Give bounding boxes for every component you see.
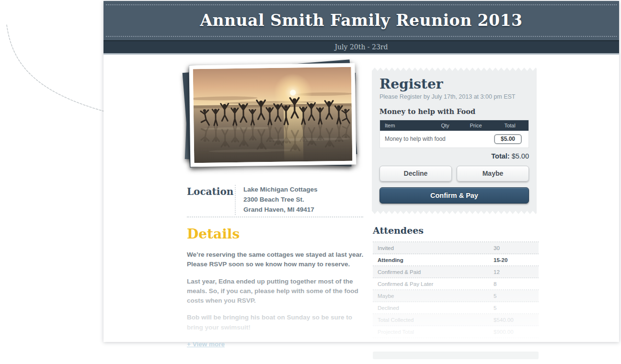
register-deadline: Please Register by July 17th, 2013 at 3:…: [380, 93, 529, 100]
details-title: Details: [187, 226, 240, 242]
item-table-row: Money to help with food: [380, 131, 529, 148]
dotted-border: [106, 36, 617, 37]
beach-sunset-photo: [193, 67, 353, 163]
attendee-stat-label: Total Collected: [378, 317, 494, 323]
photo-stack: [185, 61, 358, 169]
attendees-row: Confirmed & Paid12: [373, 266, 539, 278]
register-title: Register: [380, 77, 529, 92]
rsvp-buttons: Decline Maybe: [380, 166, 529, 182]
attendee-stat-label: Maybe: [378, 293, 494, 299]
faded-section-placeholder: [373, 352, 539, 359]
item-table: ItemQtyPriceTotal Money to help with foo…: [380, 120, 529, 148]
details-paragraph: Bob will be bringing his boat on Sunday …: [187, 313, 370, 332]
address-line: Grand Haven, MI 49417: [243, 205, 318, 215]
attendees-row: Confirmed & Pay Later8: [373, 278, 539, 290]
event-photo: [189, 63, 356, 167]
attendee-stat-label: Confirmed & Paid: [378, 269, 494, 275]
attendee-stat-value: 5: [494, 293, 534, 299]
event-dates: July 20th - 23rd: [104, 40, 619, 55]
event-page: Annual Smith Family Reunion 2013 July 20…: [104, 1, 619, 342]
details-paragraph: We’re reserving the same cottages we sta…: [187, 250, 370, 270]
attendee-stat-value: 8: [494, 281, 534, 287]
view-more-link[interactable]: + View more: [187, 341, 225, 348]
column-header: Qty: [430, 123, 460, 128]
location-label: Location: [187, 185, 233, 215]
location-section: Location Lake Michigan Cottages 2300 Bea…: [187, 185, 365, 215]
attendees-section: Attendees Invited30Attending15-20Confirm…: [373, 225, 539, 338]
item-amount-cell: [489, 134, 527, 144]
attendees-title: Attendees: [373, 225, 539, 236]
location-address: Lake Michigan Cottages 2300 Beach Tree S…: [243, 185, 318, 215]
column-header: Price: [460, 123, 491, 128]
attendee-stat-label: Attending: [378, 257, 494, 263]
register-panel: Register Please Register by July 17th, 2…: [372, 71, 537, 211]
amount-input[interactable]: [494, 134, 522, 144]
attendee-stat-value: 15-20: [494, 257, 534, 263]
details-paragraph: Last year, Edna ended up putting togethe…: [187, 277, 370, 306]
stage: Annual Smith Family Reunion 2013 July 20…: [0, 0, 621, 364]
item-table-header: ItemQtyPriceTotal: [380, 120, 529, 131]
attendee-stat-value: 5: [494, 305, 534, 311]
attendees-row: Projected Total$900.00: [373, 326, 539, 338]
decline-button[interactable]: Decline: [380, 166, 452, 182]
register-section-label: Money to help with Food: [380, 107, 529, 115]
attendee-stat-value: $900.00: [494, 329, 534, 335]
attendees-row: Total Collected$540.00: [373, 314, 539, 326]
confirm-pay-button[interactable]: Confirm & Pay: [380, 187, 529, 204]
attendees-row: Maybe5: [373, 290, 539, 302]
order-total: Total: $5.00: [380, 152, 529, 160]
address-line: 2300 Beach Tree St.: [243, 195, 318, 205]
dotted-divider: [235, 185, 236, 215]
item-name: Money to help with food: [385, 136, 489, 142]
attendee-stat-label: Declined: [378, 305, 494, 311]
column-header: Total: [491, 123, 529, 128]
attendee-stat-label: Confirmed & Pay Later: [378, 281, 494, 287]
zigzag-edge: [372, 68, 537, 71]
attendee-stat-label: Invited: [378, 245, 494, 251]
event-title: Annual Smith Family Reunion 2013: [104, 1, 619, 40]
address-line: Lake Michigan Cottages: [243, 185, 318, 195]
attendees-rows: Invited30Attending15-20Confirmed & Paid1…: [373, 241, 539, 338]
attendees-row: Declined5: [373, 302, 539, 314]
page-header: Annual Smith Family Reunion 2013: [104, 1, 619, 40]
total-label: Total:: [491, 152, 509, 160]
attendee-stat-value: $540.00: [494, 317, 534, 323]
dotted-border: [106, 4, 617, 5]
dotted-divider: [187, 216, 363, 217]
attendee-stat-value: 30: [494, 245, 534, 251]
attendees-row: Attending15-20: [373, 254, 539, 266]
maybe-button[interactable]: Maybe: [457, 166, 529, 182]
attendees-row: Invited30: [373, 242, 539, 254]
total-value: $5.00: [512, 152, 529, 160]
zigzag-edge: [372, 211, 537, 214]
column-header: Item: [380, 123, 430, 128]
attendee-stat-label: Projected Total: [378, 329, 494, 335]
details-section: We’re reserving the same cottages we sta…: [187, 250, 370, 348]
attendee-stat-value: 12: [494, 269, 534, 275]
